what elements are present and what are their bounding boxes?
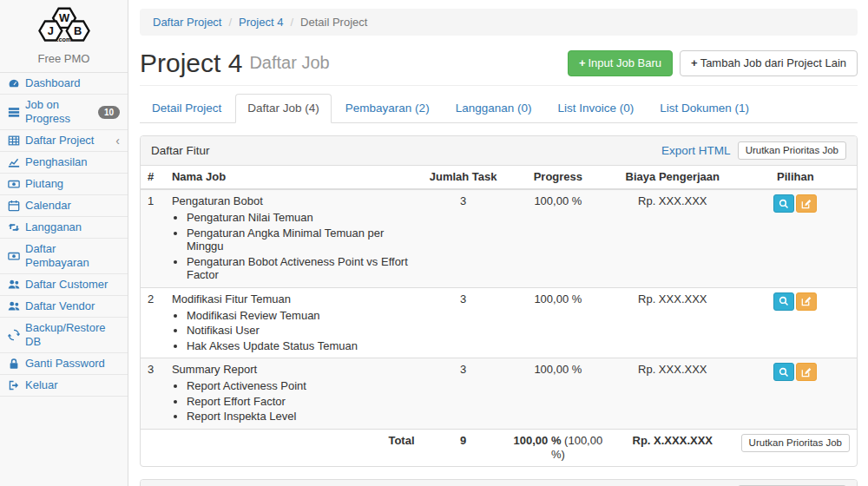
total-label: Total xyxy=(165,429,422,466)
sidebar-item-label: Backup/Restore DB xyxy=(25,321,120,349)
sidebar-item-daftar-project[interactable]: Daftar Project‹ xyxy=(0,130,128,152)
money-icon xyxy=(8,178,20,190)
progress-value: 100,00 % xyxy=(505,358,611,430)
breadcrumb-current: Detail Project xyxy=(300,16,367,29)
tasks-icon xyxy=(8,106,20,118)
sidebar-item-langganan[interactable]: Langganan xyxy=(0,217,128,239)
sidebar-item-calendar[interactable]: Calendar xyxy=(0,195,128,217)
svg-text:B: B xyxy=(73,24,81,37)
actions-cell xyxy=(734,358,857,430)
sidebar-item-daftar-pembayaran[interactable]: Daftar Pembayaran xyxy=(0,239,128,274)
panel-fitur-tambahan: Fitur TambahanExport HTMLUrutkan Priorit… xyxy=(140,479,858,486)
sidebar-item-piutang[interactable]: Piutang xyxy=(0,174,128,195)
progress-value: 100,00 % xyxy=(505,287,611,358)
retweet-icon xyxy=(8,221,20,233)
tab-langganan-0-[interactable]: Langganan (0) xyxy=(444,94,544,123)
sort-priority-button[interactable]: Urutkan Prioritas Job xyxy=(738,141,846,160)
input-job-baru-button[interactable]: +Input Job Baru xyxy=(568,50,673,76)
progress-value: 100,00 % xyxy=(505,189,611,287)
total-task-count: 9 xyxy=(422,429,505,466)
sort-priority-button[interactable]: Urutkan Prioritas Job xyxy=(741,434,850,452)
table-icon xyxy=(8,135,20,147)
total-actions-cell: Urutkan Prioritas Job xyxy=(734,429,857,466)
edit-icon xyxy=(797,199,816,209)
money-icon xyxy=(8,250,20,262)
edit-job-button[interactable] xyxy=(796,363,817,381)
jwb-logo-icon: W J B .com xyxy=(30,34,99,49)
breadcrumb: Daftar Project/Project 4/Detail Project xyxy=(140,9,858,36)
sidebar-item-label: Dashboard xyxy=(25,76,81,90)
jobs-table: #Nama JobJumlah TaskProgressBiaya Penger… xyxy=(141,166,857,466)
chevron-left-icon: ‹ xyxy=(115,136,120,145)
tab-list-dokumen-1-[interactable]: List Dokumen (1) xyxy=(648,94,761,123)
sidebar-item-label: Job on Progress xyxy=(25,98,93,126)
brand-text: Free PMO xyxy=(0,52,128,65)
lock-icon xyxy=(8,358,20,370)
edit-job-button[interactable] xyxy=(796,292,817,311)
view-job-button[interactable] xyxy=(773,194,794,213)
total-progress-bold: 100,00 % xyxy=(514,434,562,447)
plus-icon: + xyxy=(579,56,586,69)
page-header: Project 4 Daftar Job +Input Job Baru+Tam… xyxy=(140,49,858,86)
svg-text:W: W xyxy=(58,11,69,24)
tambah-job-dari-project-lain-button[interactable]: +Tambah Job dari Project Lain xyxy=(680,50,858,76)
tab-daftar-job-4-[interactable]: Daftar Job (4) xyxy=(235,94,332,123)
edit-job-button[interactable] xyxy=(796,194,817,213)
cost-value: Rp. XXX.XXX xyxy=(611,287,734,358)
progress-count-badge: 10 xyxy=(98,106,120,119)
view-job-button[interactable] xyxy=(773,363,794,381)
sidebar-menu: DashboardJob on Progress10Daftar Project… xyxy=(0,73,128,397)
view-job-button[interactable] xyxy=(773,292,794,311)
sidebar-item-label: Daftar Customer xyxy=(25,278,108,292)
header-buttons: +Input Job Baru+Tambah Job dari Project … xyxy=(568,50,858,76)
tab-list-invoice-0-[interactable]: List Invoice (0) xyxy=(545,94,646,123)
cost-value: Rp. XXX.XXX xyxy=(611,358,734,430)
sidebar-item-job-on-progress[interactable]: Job on Progress10 xyxy=(0,95,128,130)
panel-daftar-fitur: Daftar FiturExport HTMLUrutkan Prioritas… xyxy=(140,135,858,467)
table-row: 2Modifikasi Fitur TemuanModifikasi Revie… xyxy=(141,287,857,358)
sidebar-item-label: Calendar xyxy=(25,199,71,213)
sidebar-item-backup-restore-db[interactable]: Backup/Restore DB xyxy=(0,318,128,353)
svg-text:.com: .com xyxy=(56,36,72,43)
row-number: 1 xyxy=(141,189,165,287)
sidebar-item-label: Daftar Pembayaran xyxy=(25,242,120,270)
row-number: 3 xyxy=(141,358,165,430)
total-cost: Rp. X.XXX.XXX xyxy=(611,429,734,466)
subtask-list: Pengaturan Nilai TemuanPengaturan Angka … xyxy=(172,211,415,282)
subtask-item: Pengaturan Angka Minimal Temuan per Ming… xyxy=(187,227,415,253)
main-content: Daftar Project/Project 4/Detail Project … xyxy=(129,0,868,486)
breadcrumb-link[interactable]: Daftar Project xyxy=(153,16,221,29)
sidebar-item-daftar-vendor[interactable]: Daftar Vendor xyxy=(0,296,128,318)
total-row: Total9100,00 % (100,00 %)Rp. X.XXX.XXXUr… xyxy=(141,429,857,466)
export-html-link[interactable]: Export HTML xyxy=(661,144,731,157)
table-row: 1Pengaturan BobotPengaturan Nilai Temuan… xyxy=(141,189,857,287)
subtask-item: Report Effort Factor xyxy=(187,395,415,409)
sidebar-item-keluar[interactable]: Keluar xyxy=(0,375,128,397)
sidebar-item-label: Ganti Password xyxy=(25,357,105,371)
edit-icon xyxy=(797,296,816,306)
tab-pembayaran-2-[interactable]: Pembayaran (2) xyxy=(333,94,442,123)
panel-heading: Daftar FiturExport HTMLUrutkan Prioritas… xyxy=(141,136,857,166)
subtask-list: Report Activeness PointReport Effort Fac… xyxy=(172,379,415,424)
sidebar-item-dashboard[interactable]: Dashboard xyxy=(0,73,128,95)
panel-tools: Export HTMLUrutkan Prioritas Job xyxy=(661,141,846,160)
sidebar-item-penghasilan[interactable]: Penghasilan xyxy=(0,152,128,174)
sidebar-item-daftar-customer[interactable]: Daftar Customer xyxy=(0,274,128,296)
breadcrumb-link[interactable]: Project 4 xyxy=(239,16,283,29)
tab-detail-project[interactable]: Detail Project xyxy=(140,94,233,123)
column-header: Pilihan xyxy=(734,166,857,189)
users-icon xyxy=(8,279,20,291)
column-header: Biaya Pengerjaan xyxy=(611,166,734,189)
sidebar-item-label: Piutang xyxy=(25,177,63,191)
column-header: Jumlah Task xyxy=(422,166,505,189)
panels-container: Daftar FiturExport HTMLUrutkan Prioritas… xyxy=(140,135,858,486)
total-progress: 100,00 % (100,00 %) xyxy=(505,429,611,466)
job-name-cell: Summary ReportReport Activeness PointRep… xyxy=(165,358,422,430)
actions-cell xyxy=(734,287,857,358)
page-subtitle: Daftar Job xyxy=(249,53,329,73)
breadcrumb-separator: / xyxy=(290,16,293,29)
subtask-item: Pengaturan Nilai Temuan xyxy=(187,211,415,225)
svg-text:J: J xyxy=(47,24,53,37)
sidebar-item-ganti-password[interactable]: Ganti Password xyxy=(0,353,128,375)
logo-block: W J B .com Free PMO xyxy=(0,0,128,73)
